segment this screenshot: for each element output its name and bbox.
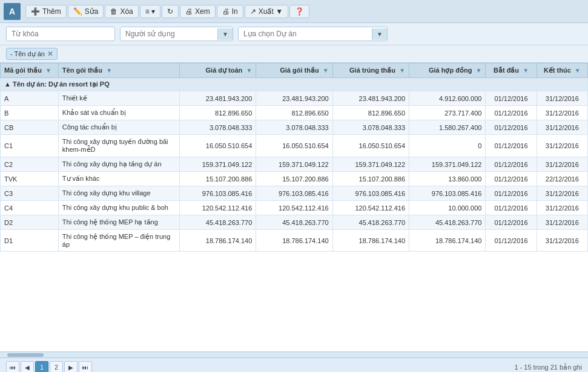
print-button[interactable]: 🖨 In: [217, 5, 243, 18]
cell-ma: C2: [1, 157, 59, 172]
project-select-wrap: ▼: [238, 27, 388, 41]
toolbar: A ➕ Thêm ✏️ Sửa 🗑 Xóa ≡ ▾ ↻ 🖨 Xem 🖨 In ↗…: [0, 0, 588, 23]
cell-goi-thau: 15.107.200.886: [256, 172, 332, 186]
first-page-button[interactable]: ⏮: [6, 361, 19, 373]
col-header-hop-dong: Giá hợp đồng ▼: [409, 64, 486, 78]
cell-trung-thau: 15.107.200.886: [332, 172, 409, 186]
trash-icon: 🗑: [110, 7, 117, 16]
table-row[interactable]: C1Thi công xây dựng tuyến đường bãi khem…: [1, 135, 588, 157]
prev-page-button[interactable]: ◀: [21, 361, 34, 373]
cell-trung-thau: 18.786.174.140: [332, 230, 409, 252]
cell-ma: CB: [1, 120, 59, 135]
cell-du-toan: 159.371.049.122: [179, 157, 256, 172]
cell-ket-thuc: 31/12/2016: [537, 91, 587, 106]
filter-icon-ket-thuc[interactable]: ▼: [575, 67, 581, 74]
cell-goi-thau: 45.418.263.770: [256, 215, 332, 230]
table-row[interactable]: C3Thi công xây dựng khu village976.103.0…: [1, 186, 588, 201]
cell-du-toan: 16.050.510.654: [179, 135, 256, 157]
table-row[interactable]: C4Thi công xây dựng khu public & boh120.…: [1, 201, 588, 215]
filter-icon-hop-dong[interactable]: ▼: [476, 67, 482, 74]
cell-ma: D1: [1, 230, 59, 252]
keyword-input[interactable]: [6, 27, 115, 41]
cell-goi-thau: 18.786.174.140: [256, 230, 332, 252]
table-row[interactable]: TVKTư vấn khác15.107.200.88615.107.200.8…: [1, 172, 588, 186]
project-input[interactable]: [239, 27, 372, 41]
cell-hop-dong: 13.860.000: [409, 172, 486, 186]
cell-bat-dau: 01/12/2016: [486, 201, 537, 215]
col-header-ket-thuc: Kết thúc ▼: [537, 64, 587, 78]
cell-ket-thuc: 31/12/2016: [537, 120, 587, 135]
tag-close-button[interactable]: ✕: [47, 50, 53, 58]
cell-hop-dong: 45.418.263.770: [409, 215, 486, 230]
col-header-bat-dau: Bắt đầu ▼: [486, 64, 537, 78]
filter-icon-goi-thau[interactable]: ▼: [323, 67, 329, 74]
filter-icon-ten[interactable]: ▼: [106, 67, 112, 74]
cell-goi-thau: 23.481.943.200: [256, 91, 332, 106]
cell-bat-dau: 01/12/2016: [486, 157, 537, 172]
help-button[interactable]: ❓: [289, 5, 309, 18]
filter-icon-bat-dau[interactable]: ▼: [523, 67, 529, 74]
cell-bat-dau: 01/12/2016: [486, 135, 537, 157]
cell-du-toan: 812.896.650: [179, 106, 256, 120]
cell-ten: Thi công xây dựng khu village: [58, 186, 179, 201]
cell-trung-thau: 159.371.049.122: [332, 157, 409, 172]
next-page-button[interactable]: ▶: [64, 361, 78, 373]
cell-bat-dau: 01/12/2016: [486, 230, 537, 252]
table-row[interactable]: AThiết kế23.481.943.20023.481.943.20023.…: [1, 91, 588, 106]
cell-bat-dau: 01/12/2016: [486, 106, 537, 120]
cell-ten: Thi công xây dựng hạ tầng dự án: [58, 157, 179, 172]
table-row[interactable]: D2Thi công hệ thống MEP hạ tầng45.418.26…: [1, 215, 588, 230]
export-button[interactable]: ↗ Xuất ▼: [245, 5, 288, 18]
table-row[interactable]: BKhảo sát và chuẩn bị812.896.650812.896.…: [1, 106, 588, 120]
view-button[interactable]: 🖨 Xem: [180, 5, 216, 18]
cell-ten: Thiết kế: [58, 91, 179, 106]
project-dropdown-arrow[interactable]: ▼: [372, 28, 387, 40]
page-1-button[interactable]: 1: [35, 361, 48, 373]
filter-icon-du-toan[interactable]: ▼: [246, 67, 252, 74]
group-header-row: ▲ Tên dự án: Dự án resort tại PQ: [1, 78, 588, 91]
cell-ket-thuc: 31/12/2016: [537, 186, 587, 201]
user-input[interactable]: [121, 27, 217, 41]
table-row[interactable]: D1Thi công hệ thống MEP – điện trung áp1…: [1, 230, 588, 252]
table-row[interactable]: CBCông tác chuẩn bị3.078.048.3333.078.04…: [1, 120, 588, 135]
cell-hop-dong: 0: [409, 135, 486, 157]
cell-ten: Thi công xây dựng khu public & boh: [58, 201, 179, 215]
cell-hop-dong: 1.580.267.400: [409, 120, 486, 135]
user-dropdown-arrow[interactable]: ▼: [217, 28, 233, 40]
cell-goi-thau: 3.078.048.333: [256, 120, 332, 135]
view-icon: 🖨: [185, 7, 193, 16]
user-select-wrap: ▼: [120, 27, 233, 41]
data-table: Mã gói thầu ▼ Tên gói thầu ▼ Giá dự toán…: [0, 63, 588, 252]
cell-goi-thau: 976.103.085.416: [256, 186, 332, 201]
cell-ket-thuc: 22/12/2016: [537, 172, 587, 186]
table-header-row: Mã gói thầu ▼ Tên gói thầu ▼ Giá dự toán…: [1, 64, 588, 78]
cell-ten: Công tác chuẩn bị: [58, 120, 179, 135]
table-row[interactable]: C2Thi công xây dựng hạ tầng dự án159.371…: [1, 157, 588, 172]
filter-icon-ma[interactable]: ▼: [45, 67, 51, 74]
pagination-controls: ⏮ ◀ 1 2 ▶ ⏭: [6, 361, 92, 373]
cell-ket-thuc: 31/12/2016: [537, 230, 587, 252]
delete-button[interactable]: 🗑 Xóa: [105, 5, 138, 18]
menu-button[interactable]: ≡ ▾: [140, 5, 160, 18]
refresh-button[interactable]: ↻: [162, 5, 179, 18]
cell-trung-thau: 45.418.263.770: [332, 215, 409, 230]
refresh-icon: ↻: [167, 7, 173, 16]
last-page-button[interactable]: ⏭: [79, 361, 92, 373]
edit-button[interactable]: ✏️ Sửa: [68, 5, 104, 18]
app-logo: A: [4, 3, 21, 20]
cell-goi-thau: 812.896.650: [256, 106, 332, 120]
col-header-trung-thau: Giá trúng thầu ▼: [332, 64, 409, 78]
cell-ma: C4: [1, 201, 59, 215]
scrollbar-thumb[interactable]: [7, 353, 44, 357]
cell-trung-thau: 976.103.085.416: [332, 186, 409, 201]
cell-trung-thau: 812.896.650: [332, 106, 409, 120]
cell-goi-thau: 120.542.112.416: [256, 201, 332, 215]
horizontal-scrollbar[interactable]: [0, 351, 588, 357]
add-button[interactable]: ➕ Thêm: [25, 5, 67, 18]
filter-icon-trung-thau[interactable]: ▼: [399, 67, 405, 74]
col-header-du-toan: Giá dự toán ▼: [179, 64, 256, 78]
page-2-button[interactable]: 2: [50, 361, 63, 373]
cell-hop-dong: 18.786.174.140: [409, 230, 486, 252]
cell-bat-dau: 01/12/2016: [486, 91, 537, 106]
tag-bar: - Tên dự án ✕: [0, 45, 588, 63]
